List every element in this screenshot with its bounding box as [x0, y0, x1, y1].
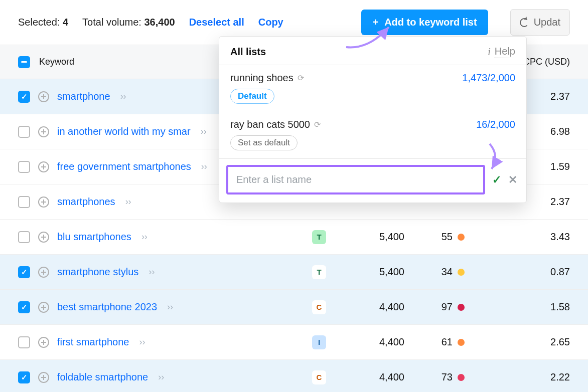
refresh-icon: ⟳ — [314, 120, 321, 129]
chevron-right-icon: ›› — [120, 91, 126, 102]
update-button[interactable]: Updat — [510, 9, 570, 36]
chevron-right-icon: ›› — [139, 337, 145, 347]
keyword-link[interactable]: blu smartphones — [57, 231, 131, 243]
chevron-right-icon: ›› — [201, 161, 207, 172]
keyword-link[interactable]: smartphone stylus — [57, 266, 138, 278]
table-row: best smartphone 2023››C4,400971.58 — [0, 290, 588, 325]
reload-icon — [520, 18, 529, 27]
cpc-cell: 1.58 — [505, 301, 570, 313]
cpc-cell: 0.87 — [505, 266, 570, 278]
expand-icon[interactable] — [38, 197, 49, 208]
set-default-button[interactable]: Set as default — [230, 135, 298, 150]
deselect-all-link[interactable]: Deselect all — [189, 17, 244, 28]
cpc-cell: 3.43 — [505, 231, 570, 243]
volume-cell: 4,400 — [339, 301, 404, 313]
expand-icon[interactable] — [38, 126, 49, 137]
table-row: foldable smartphone››C4,400732.22 — [0, 360, 588, 392]
intent-badge: C — [312, 370, 326, 384]
volume-cell: 5,400 — [339, 266, 404, 278]
expand-icon[interactable] — [38, 302, 49, 313]
new-list-name-input[interactable] — [226, 165, 485, 194]
intent-badge: C — [312, 300, 326, 314]
row-checkbox[interactable] — [18, 301, 30, 313]
refresh-icon: ⟳ — [298, 73, 304, 83]
expand-icon[interactable] — [38, 91, 49, 102]
table-row: smartphone stylus››T5,400340.87 — [0, 255, 588, 290]
keyword-list-dropdown: All lists i Help running shoes ⟳ 1,473/2… — [219, 36, 527, 203]
default-badge: Default — [230, 89, 274, 104]
select-all-checkbox[interactable] — [18, 56, 30, 68]
row-checkbox[interactable] — [18, 91, 30, 103]
kd-cell: 61 — [404, 336, 465, 348]
cpc-cell: 2.22 — [505, 371, 570, 383]
table-row: blu smartphones››T5,400553.43 — [0, 220, 588, 255]
row-checkbox[interactable] — [18, 266, 30, 278]
kd-cell: 97 — [404, 301, 465, 313]
expand-icon[interactable] — [38, 372, 49, 383]
total-volume-label: Total volume: — [82, 17, 141, 28]
volume-cell: 4,400 — [339, 336, 404, 348]
difficulty-dot-icon — [458, 234, 465, 241]
keyword-link[interactable]: free government smartphones — [57, 161, 191, 172]
intent-badge: T — [312, 230, 326, 244]
chevron-right-icon: ›› — [149, 267, 155, 277]
chevron-right-icon: ›› — [158, 372, 164, 382]
expand-icon[interactable] — [38, 232, 49, 243]
row-checkbox[interactable] — [18, 336, 30, 348]
keyword-link[interactable]: smartphones — [57, 196, 115, 208]
update-label: Updat — [534, 17, 560, 28]
row-checkbox[interactable] — [18, 371, 30, 383]
intent-badge: T — [312, 265, 326, 279]
volume-cell: 5,400 — [339, 231, 404, 243]
keyword-link[interactable]: in another world with my smar — [57, 126, 191, 137]
kd-cell: 34 — [404, 266, 465, 278]
selected-info: Selected: 4 — [18, 17, 68, 28]
difficulty-dot-icon — [458, 339, 465, 346]
total-volume: 36,400 — [144, 17, 175, 28]
row-checkbox[interactable] — [18, 196, 30, 208]
list-item[interactable]: running shoes ⟳ 1,473/2,000 Default — [219, 65, 526, 112]
list-item[interactable]: ray ban cats 5000 ⟳ 16/2,000 Set as defa… — [219, 112, 526, 158]
difficulty-dot-icon — [458, 374, 465, 381]
plus-icon: + — [372, 17, 378, 28]
confirm-new-list-button[interactable]: ✓ — [492, 173, 501, 186]
new-list-row: ✓ ✕ — [219, 158, 526, 203]
keyword-link[interactable]: best smartphone 2023 — [57, 301, 157, 313]
volume-cell: 4,400 — [339, 371, 404, 383]
help-link[interactable]: i Help — [488, 46, 515, 58]
dropdown-title: All lists — [230, 46, 266, 58]
cancel-new-list-button[interactable]: ✕ — [508, 173, 517, 186]
add-to-list-label: Add to keyword list — [384, 17, 477, 28]
keyword-link[interactable]: smartphone — [57, 91, 110, 102]
intent-badge: I — [312, 335, 326, 349]
chevron-right-icon: ›› — [125, 197, 131, 207]
difficulty-dot-icon — [458, 269, 465, 276]
row-checkbox[interactable] — [18, 126, 30, 138]
list-count: 16/2,000 — [476, 119, 515, 130]
keyword-link[interactable]: foldable smartphone — [57, 371, 148, 383]
copy-link[interactable]: Copy — [258, 17, 283, 28]
difficulty-dot-icon — [458, 304, 465, 311]
expand-icon[interactable] — [38, 161, 49, 172]
list-count: 1,473/2,000 — [462, 72, 515, 84]
kd-cell: 73 — [404, 371, 465, 383]
cpc-cell: 2.65 — [505, 336, 570, 348]
keyword-link[interactable]: first smartphone — [57, 336, 129, 348]
info-icon: i — [488, 46, 491, 58]
selected-label: Selected: — [18, 17, 60, 28]
selected-count: 4 — [63, 17, 68, 28]
chevron-right-icon: ›› — [167, 302, 173, 312]
list-name: ray ban cats 5000 ⟳ — [230, 119, 321, 130]
row-checkbox[interactable] — [18, 231, 30, 243]
table-row: first smartphone››I4,400612.65 — [0, 325, 588, 360]
expand-icon[interactable] — [38, 337, 49, 348]
add-to-keyword-list-button[interactable]: + Add to keyword list — [361, 10, 488, 35]
list-name: running shoes ⟳ — [230, 72, 304, 84]
column-keyword[interactable]: Keyword — [39, 57, 74, 67]
row-checkbox[interactable] — [18, 161, 30, 173]
expand-icon[interactable] — [38, 267, 49, 278]
total-volume-info: Total volume: 36,400 — [82, 17, 175, 28]
help-label: Help — [495, 46, 515, 58]
kd-cell: 55 — [404, 231, 465, 243]
chevron-right-icon: ›› — [141, 232, 148, 242]
